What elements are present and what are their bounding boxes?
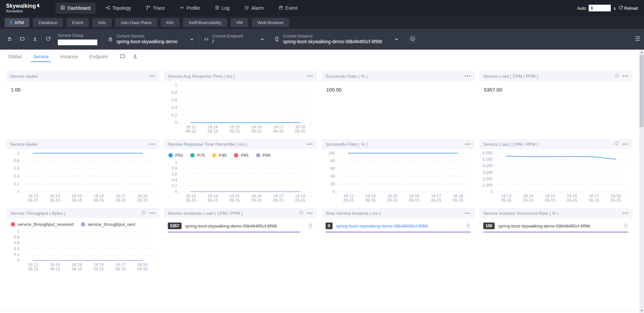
card-menu-button[interactable]: •••	[307, 74, 313, 78]
card-service-throughput: Service Throughput ( Bytes ) ••• service…	[6, 208, 159, 272]
throughput-chart[interactable]: 00.20.40.60.8116:1309-1516:1409-1516:150…	[6, 228, 159, 272]
card-title: Service Apdex	[10, 142, 38, 147]
svg-text:0.2: 0.2	[14, 182, 19, 186]
svg-text:5,000: 5,000	[483, 157, 493, 162]
current-service-dropdown[interactable]: Current Service spring-boot-skywalking-d…	[103, 32, 199, 47]
legend-item[interactable]: P90	[212, 153, 227, 158]
logo-subtitle: Rocketbot	[6, 9, 41, 13]
scrollbar-thumb[interactable]	[640, 55, 644, 127]
export-icon[interactable]	[132, 53, 138, 60]
card-service-apdex-value: Service Apdex ••• 1.00	[6, 71, 159, 135]
legend-item[interactable]: P95	[234, 153, 248, 158]
dashboard-tab-database[interactable]: Database	[33, 18, 63, 27]
card-menu-button[interactable]: •••	[149, 74, 155, 78]
current-endpoint-value: /	[212, 39, 243, 45]
service-load-chart[interactable]: 01,0002,0003,0004,0005,0006,00016:1309-1…	[479, 149, 633, 204]
info-circle-icon[interactable]	[299, 210, 304, 216]
nav-item-dashboard[interactable]: Dashboard	[55, 3, 96, 14]
tab-endpoint[interactable]: Endpoint	[89, 51, 108, 63]
successful-rate-chart[interactable]: 02040608010016:1309-1516:1409-1516:1509-…	[321, 149, 475, 204]
nav-item-topology[interactable]: Topology	[100, 3, 136, 14]
tab-instance[interactable]: Instance	[59, 51, 79, 63]
card-menu-button[interactable]: •••	[464, 142, 471, 146]
dashboard-tab-istio-data-plane[interactable]: Istio Data Plane	[115, 18, 157, 27]
service-apdex-chart[interactable]: 00.20.40.60.8116:1309-1516:1409-1516:150…	[6, 149, 159, 204]
percentile-legend[interactable]: P50P75P90P95P99	[164, 149, 317, 159]
legend-item[interactable]: service_throughput_sent	[81, 222, 135, 227]
svg-text:09-15: 09-15	[186, 198, 196, 203]
card-menu-button[interactable]: •••	[149, 211, 155, 215]
current-instance-label: Current Instance	[283, 34, 382, 39]
current-endpoint-dropdown[interactable]: Current Endpoint /	[199, 32, 269, 47]
auto-interval-input[interactable]	[589, 5, 611, 11]
service-group-input[interactable]	[58, 40, 97, 45]
svg-text:09-15: 09-15	[72, 267, 82, 271]
card-menu-button[interactable]: •••	[622, 142, 629, 146]
card-menu-button[interactable]: •••	[464, 74, 471, 78]
instance-list-item[interactable]: 5357 spring-boot-skywalking-demo-58b4846…	[168, 223, 313, 229]
nav-item-log[interactable]: Log	[210, 3, 235, 14]
legend-dot	[81, 222, 85, 227]
svg-text:16:13: 16:13	[28, 262, 38, 267]
svg-text:09-15: 09-15	[501, 198, 511, 203]
info-circle-icon[interactable]	[614, 73, 619, 79]
info-circle-icon[interactable]	[614, 141, 619, 147]
card-menu-button[interactable]: •••	[622, 74, 629, 78]
app-logo[interactable]: Skywalking Rocketbot	[6, 3, 41, 13]
tab-global[interactable]: Global	[7, 51, 22, 63]
info-circle-icon[interactable]	[141, 210, 146, 216]
svg-text:09-15: 09-15	[28, 267, 38, 271]
dashboard-tab-vm[interactable]: VM	[231, 18, 249, 27]
scroll-down-arrow[interactable]: ▼	[639, 308, 644, 313]
reload-button[interactable]: Reload	[618, 5, 638, 11]
card-menu-button[interactable]: •••	[464, 211, 471, 215]
nav-item-trace[interactable]: Trace	[141, 3, 170, 14]
card-menu-button[interactable]: •••	[307, 142, 313, 146]
dashboard-tab-event[interactable]: Event	[66, 18, 89, 27]
legend-item[interactable]: P75	[190, 153, 205, 158]
tab-service[interactable]: Service	[32, 51, 49, 63]
throughput-legend[interactable]: service_throughput_receivedservice_throu…	[6, 218, 159, 228]
scroll-up-arrow[interactable]: ▲	[639, 50, 644, 54]
dashboard-tab-web-browser[interactable]: Web Browser	[252, 18, 289, 27]
nav-item-profile[interactable]: Profile	[175, 3, 205, 14]
svg-text:09-15: 09-15	[28, 198, 38, 203]
dashboard-tab-selfobservability[interactable]: SelfObservability	[183, 18, 227, 27]
copy-icon[interactable]	[465, 223, 471, 229]
instance-list-item[interactable]: 100 spring-boot-skywalking-demo-58b48465…	[483, 223, 629, 229]
card-menu-button[interactable]: •••	[622, 211, 629, 215]
current-service-value: spring-boot-skywalking-demo	[116, 39, 178, 45]
lock-template-button[interactable]	[3, 36, 16, 43]
refresh-template-button[interactable]	[42, 36, 54, 43]
vertical-scrollbar[interactable]: ▲ ▼	[639, 50, 644, 313]
svg-text:16:18: 16:18	[137, 262, 147, 267]
card-menu-button[interactable]: •••	[149, 142, 155, 146]
current-instance-dropdown[interactable]: Current Instance spring-boot-skywalking-…	[269, 32, 403, 47]
toolbar-info-button[interactable]	[408, 35, 417, 44]
svg-text:09-15: 09-15	[230, 129, 240, 134]
legend-item[interactable]: P50	[168, 153, 183, 158]
footer: 2021-09-15 16:13 ~ 2021-09-15 16:18 En S…	[0, 310, 644, 313]
collapse-panel-button[interactable]	[635, 36, 641, 43]
percentile-chart[interactable]: 00.20.40.60.8116:1309-1516:1409-1516:150…	[164, 159, 317, 204]
instance-list-item[interactable]: 0 spring-boot-skywalking-demo-58b48465cf…	[326, 223, 471, 229]
svg-text:16:17: 16:17	[115, 194, 126, 198]
legend-item[interactable]: P99	[256, 153, 270, 158]
instance-name-link[interactable]: spring-boot-skywalking-demo-58b48465cf-8…	[336, 224, 428, 229]
dashboard-tab-istio[interactable]: Istio	[92, 18, 112, 27]
avg-response-time-chart[interactable]: 00.20.40.60.8116:1309-1516:1409-1516:150…	[164, 81, 317, 135]
legend-item[interactable]: service_throughput_received	[11, 222, 73, 227]
dashboard-tab-k8s[interactable]: K8s	[161, 18, 180, 27]
nav-item-alarm[interactable]: Alarm	[239, 3, 269, 14]
dashboard-tab-apm[interactable]: APM	[5, 18, 30, 27]
template-folder-button[interactable]	[16, 36, 29, 43]
svg-text:09-15: 09-15	[273, 129, 284, 134]
card-menu-button[interactable]: •••	[307, 211, 313, 215]
value-badge: 0	[326, 223, 333, 229]
folder-icon[interactable]	[120, 53, 126, 60]
nav-item-event[interactable]: Event	[274, 3, 303, 14]
export-template-button[interactable]	[29, 36, 42, 43]
copy-icon[interactable]	[623, 223, 629, 229]
endpoint-code-icon	[204, 37, 209, 42]
copy-icon[interactable]	[308, 223, 313, 229]
